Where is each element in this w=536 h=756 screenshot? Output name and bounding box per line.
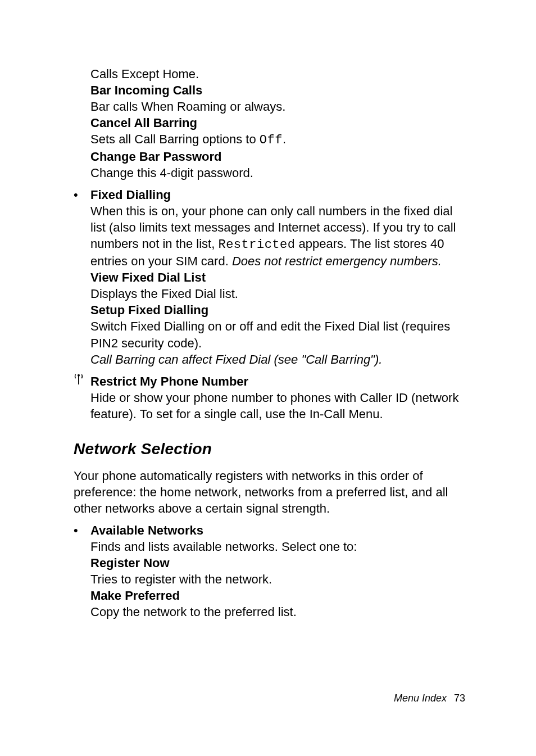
- text-network-selection-intro: Your phone automatically registers with …: [74, 468, 465, 517]
- fixed-dialling-content: Fixed Dialling When this is on, your pho…: [90, 187, 465, 367]
- bullet-dot-icon: •: [74, 522, 90, 538]
- heading-restrict-my-phone-number: Restrict My Phone Number: [90, 373, 465, 390]
- heading-bar-incoming-calls: Bar Incoming Calls: [90, 82, 465, 98]
- page-container: Calls Except Home. Bar Incoming Calls Ba…: [0, 0, 536, 756]
- fd-text-italic: Does not restrict emergency numbers.: [232, 254, 442, 268]
- text-available-networks-intro: Finds and lists available networks. Sele…: [90, 538, 465, 555]
- footer-label: Menu Index: [394, 692, 447, 704]
- text-cancel-all-post: .: [283, 132, 286, 146]
- heading-setup-fixed-dialling: Setup Fixed Dialling: [90, 302, 465, 318]
- text-restrict-my-phone-number: Hide or show your phone number to phones…: [90, 390, 465, 422]
- heading-change-bar-password: Change Bar Password: [90, 148, 465, 165]
- text-setup-fixed-dialling-italic: Call Barring can affect Fixed Dial (see …: [90, 351, 465, 368]
- mono-off: Off: [260, 133, 283, 147]
- bullet-restrict-my-phone-number: Restrict My Phone Number Hide or show yo…: [74, 373, 465, 422]
- text-view-fixed-dial-list: Displays the Fixed Dial list.: [90, 286, 465, 302]
- mono-restricted: Restricted: [218, 238, 295, 252]
- heading-view-fixed-dial-list: View Fixed Dial List: [90, 269, 465, 286]
- text-setup-fixed-dialling: Switch Fixed Dialling on or off and edit…: [90, 318, 465, 351]
- bullet-available-networks: • Available Networks Finds and lists ava…: [74, 522, 465, 620]
- text-make-preferred: Copy the network to the preferred list.: [90, 604, 465, 620]
- heading-make-preferred: Make Preferred: [90, 587, 465, 604]
- heading-fixed-dialling: Fixed Dialling: [90, 187, 465, 203]
- heading-network-selection: Network Selection: [74, 439, 465, 460]
- text-cancel-all-pre: Sets all Call Barring options to: [90, 132, 260, 146]
- heading-register-now: Register Now: [90, 555, 465, 571]
- text-fixed-dialling-desc: When this is on, your phone can only cal…: [90, 203, 465, 269]
- top-continuation-block: Calls Except Home. Bar Incoming Calls Ba…: [90, 66, 465, 181]
- heading-cancel-all-barring: Cancel All Barring: [90, 115, 465, 131]
- bullet-dot-icon: •: [74, 187, 90, 203]
- footer-page-number: 73: [454, 692, 465, 704]
- footer: Menu Index 73: [394, 692, 465, 705]
- heading-available-networks: Available Networks: [90, 522, 465, 538]
- line-calls-except-home: Calls Except Home.: [90, 66, 465, 82]
- antenna-icon: [74, 373, 90, 386]
- text-change-bar-password: Change this 4-digit password.: [90, 165, 465, 181]
- restrict-content: Restrict My Phone Number Hide or show yo…: [90, 373, 465, 422]
- text-cancel-all-barring: Sets all Call Barring options to Off.: [90, 131, 465, 148]
- available-networks-content: Available Networks Finds and lists avail…: [90, 522, 465, 620]
- text-bar-incoming: Bar calls When Roaming or always.: [90, 98, 465, 115]
- bullet-fixed-dialling: • Fixed Dialling When this is on, your p…: [74, 187, 465, 367]
- text-register-now: Tries to register with the network.: [90, 571, 465, 587]
- svg-point-0: [78, 374, 80, 376]
